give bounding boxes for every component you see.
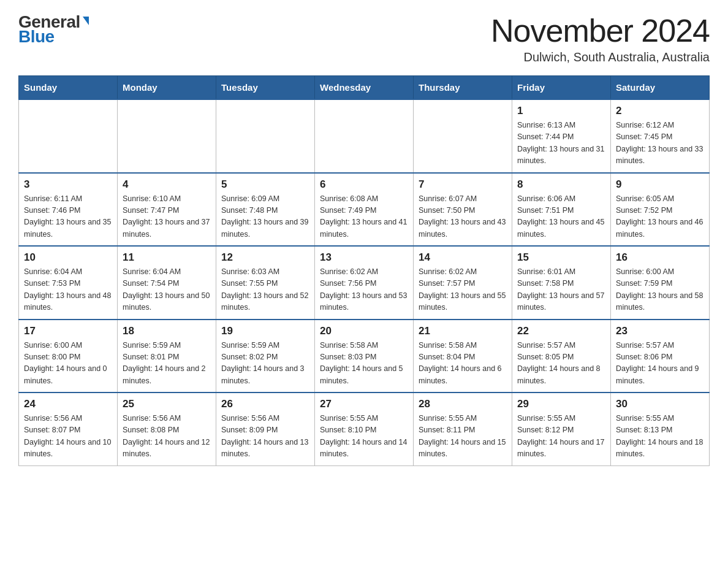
day-cell: [414, 99, 512, 173]
day-number: 5: [221, 178, 309, 191]
day-info: Sunrise: 6:11 AMSunset: 7:46 PMDaylight:…: [24, 193, 112, 241]
day-info: Sunrise: 6:12 AMSunset: 7:45 PMDaylight:…: [616, 120, 704, 167]
day-info: Sunrise: 6:00 AMSunset: 7:59 PMDaylight:…: [616, 266, 704, 314]
day-info: Sunrise: 6:04 AMSunset: 7:54 PMDaylight:…: [123, 266, 211, 314]
day-cell: 14Sunrise: 6:02 AMSunset: 7:57 PMDayligh…: [414, 246, 512, 320]
day-info: Sunrise: 5:58 AMSunset: 8:03 PMDaylight:…: [320, 340, 408, 388]
day-cell: [216, 99, 315, 173]
day-info: Sunrise: 6:06 AMSunset: 7:51 PMDaylight:…: [517, 193, 605, 241]
day-number: 7: [419, 178, 507, 191]
day-cell: 2Sunrise: 6:12 AMSunset: 7:45 PMDaylight…: [611, 99, 710, 173]
day-cell: 10Sunrise: 6:04 AMSunset: 7:53 PMDayligh…: [19, 246, 118, 320]
day-info: Sunrise: 6:10 AMSunset: 7:47 PMDaylight:…: [123, 193, 211, 241]
day-cell: 1Sunrise: 6:13 AMSunset: 7:44 PMDaylight…: [512, 99, 611, 173]
day-number: 13: [320, 251, 408, 264]
day-cell: 3Sunrise: 6:11 AMSunset: 7:46 PMDaylight…: [19, 173, 118, 247]
day-info: Sunrise: 5:55 AMSunset: 8:13 PMDaylight:…: [616, 413, 704, 461]
day-cell: 13Sunrise: 6:02 AMSunset: 7:56 PMDayligh…: [315, 246, 414, 320]
day-number: 1: [517, 105, 605, 117]
day-number: 14: [419, 251, 507, 264]
day-cell: 12Sunrise: 6:03 AMSunset: 7:55 PMDayligh…: [216, 246, 315, 320]
day-number: 23: [616, 325, 704, 337]
day-number: 8: [517, 178, 605, 191]
day-info: Sunrise: 5:56 AMSunset: 8:07 PMDaylight:…: [24, 413, 112, 461]
title-area: November 2024 Dulwich, South Australia, …: [491, 12, 710, 64]
day-cell: [19, 99, 118, 173]
day-info: Sunrise: 6:07 AMSunset: 7:50 PMDaylight:…: [419, 193, 507, 241]
day-number: 19: [221, 325, 309, 337]
logo-triangle-icon: [83, 17, 89, 25]
day-info: Sunrise: 6:02 AMSunset: 7:57 PMDaylight:…: [419, 266, 507, 314]
col-header-tuesday: Tuesday: [216, 76, 315, 100]
day-info: Sunrise: 6:03 AMSunset: 7:55 PMDaylight:…: [221, 266, 309, 314]
day-cell: 21Sunrise: 5:58 AMSunset: 8:04 PMDayligh…: [414, 320, 512, 393]
day-number: 22: [517, 325, 605, 337]
day-info: Sunrise: 5:59 AMSunset: 8:02 PMDaylight:…: [221, 340, 309, 388]
day-info: Sunrise: 5:56 AMSunset: 8:09 PMDaylight:…: [221, 413, 309, 461]
week-row-4: 17Sunrise: 6:00 AMSunset: 8:00 PMDayligh…: [19, 320, 710, 393]
day-number: 10: [24, 251, 112, 264]
week-row-1: 1Sunrise: 6:13 AMSunset: 7:44 PMDaylight…: [19, 99, 710, 173]
day-info: Sunrise: 5:55 AMSunset: 8:12 PMDaylight:…: [517, 413, 605, 461]
day-cell: 16Sunrise: 6:00 AMSunset: 7:59 PMDayligh…: [611, 246, 710, 320]
week-row-5: 24Sunrise: 5:56 AMSunset: 8:07 PMDayligh…: [19, 393, 710, 465]
day-number: 9: [616, 178, 704, 191]
day-number: 24: [24, 398, 112, 410]
day-cell: 23Sunrise: 5:57 AMSunset: 8:06 PMDayligh…: [611, 320, 710, 393]
day-number: 15: [517, 251, 605, 264]
week-row-3: 10Sunrise: 6:04 AMSunset: 7:53 PMDayligh…: [19, 246, 710, 320]
header-row: SundayMondayTuesdayWednesdayThursdayFrid…: [19, 76, 710, 100]
day-info: Sunrise: 5:58 AMSunset: 8:04 PMDaylight:…: [419, 340, 507, 388]
day-number: 6: [320, 178, 408, 191]
col-header-saturday: Saturday: [611, 76, 710, 100]
day-info: Sunrise: 6:09 AMSunset: 7:48 PMDaylight:…: [221, 193, 309, 241]
day-cell: 5Sunrise: 6:09 AMSunset: 7:48 PMDaylight…: [216, 173, 315, 247]
col-header-friday: Friday: [512, 76, 611, 100]
day-number: 26: [221, 398, 309, 410]
day-cell: [315, 99, 414, 173]
day-info: Sunrise: 5:56 AMSunset: 8:08 PMDaylight:…: [123, 413, 211, 461]
day-cell: 7Sunrise: 6:07 AMSunset: 7:50 PMDaylight…: [414, 173, 512, 247]
day-cell: 27Sunrise: 5:55 AMSunset: 8:10 PMDayligh…: [315, 393, 414, 465]
day-number: 11: [123, 251, 211, 264]
logo-blue-text: Blue: [18, 27, 55, 47]
day-cell: 19Sunrise: 5:59 AMSunset: 8:02 PMDayligh…: [216, 320, 315, 393]
day-number: 2: [616, 105, 704, 117]
day-info: Sunrise: 5:59 AMSunset: 8:01 PMDaylight:…: [123, 340, 211, 388]
day-number: 18: [123, 325, 211, 337]
day-cell: 18Sunrise: 5:59 AMSunset: 8:01 PMDayligh…: [118, 320, 216, 393]
col-header-sunday: Sunday: [19, 76, 118, 100]
day-cell: 17Sunrise: 6:00 AMSunset: 8:00 PMDayligh…: [19, 320, 118, 393]
day-info: Sunrise: 6:01 AMSunset: 7:58 PMDaylight:…: [517, 266, 605, 314]
day-number: 20: [320, 325, 408, 337]
day-number: 25: [123, 398, 211, 410]
location-title: Dulwich, South Australia, Australia: [491, 50, 710, 64]
week-row-2: 3Sunrise: 6:11 AMSunset: 7:46 PMDaylight…: [19, 173, 710, 247]
day-info: Sunrise: 6:02 AMSunset: 7:56 PMDaylight:…: [320, 266, 408, 314]
day-number: 27: [320, 398, 408, 410]
day-info: Sunrise: 6:00 AMSunset: 8:00 PMDaylight:…: [24, 340, 112, 388]
day-number: 12: [221, 251, 309, 264]
day-info: Sunrise: 6:08 AMSunset: 7:49 PMDaylight:…: [320, 193, 408, 241]
day-info: Sunrise: 6:05 AMSunset: 7:52 PMDaylight:…: [616, 193, 704, 241]
day-number: 3: [24, 178, 112, 191]
day-number: 30: [616, 398, 704, 410]
day-cell: 29Sunrise: 5:55 AMSunset: 8:12 PMDayligh…: [512, 393, 611, 465]
day-number: 28: [419, 398, 507, 410]
day-info: Sunrise: 5:57 AMSunset: 8:05 PMDaylight:…: [517, 340, 605, 388]
day-info: Sunrise: 5:55 AMSunset: 8:10 PMDaylight:…: [320, 413, 408, 461]
col-header-wednesday: Wednesday: [315, 76, 414, 100]
logo: General Blue: [18, 12, 89, 47]
day-cell: [118, 99, 216, 173]
day-cell: 20Sunrise: 5:58 AMSunset: 8:03 PMDayligh…: [315, 320, 414, 393]
col-header-thursday: Thursday: [414, 76, 512, 100]
day-info: Sunrise: 5:57 AMSunset: 8:06 PMDaylight:…: [616, 340, 704, 388]
day-cell: 15Sunrise: 6:01 AMSunset: 7:58 PMDayligh…: [512, 246, 611, 320]
day-cell: 4Sunrise: 6:10 AMSunset: 7:47 PMDaylight…: [118, 173, 216, 247]
day-cell: 24Sunrise: 5:56 AMSunset: 8:07 PMDayligh…: [19, 393, 118, 465]
day-info: Sunrise: 5:55 AMSunset: 8:11 PMDaylight:…: [419, 413, 507, 461]
day-number: 4: [123, 178, 211, 191]
day-cell: 28Sunrise: 5:55 AMSunset: 8:11 PMDayligh…: [414, 393, 512, 465]
day-number: 29: [517, 398, 605, 410]
day-cell: 22Sunrise: 5:57 AMSunset: 8:05 PMDayligh…: [512, 320, 611, 393]
